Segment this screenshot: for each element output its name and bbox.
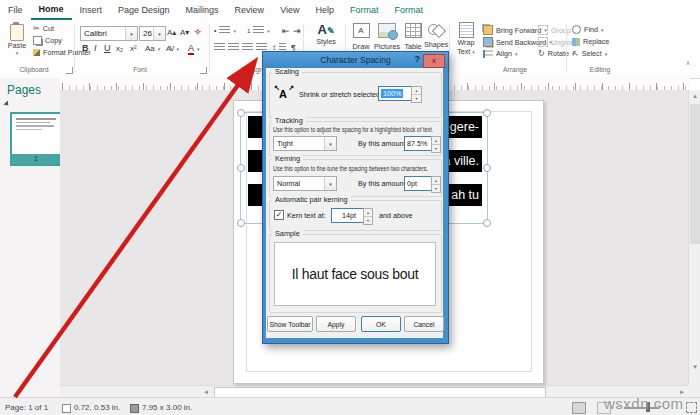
font-color-button[interactable]: A ▾ (188, 43, 200, 55)
decrease-indent-icon: ⇤ (282, 26, 290, 36)
ok-button[interactable]: OK (361, 316, 401, 332)
tab-format-drawing[interactable]: Format (387, 0, 432, 20)
spinner-down-icon[interactable]: ▾ (364, 217, 372, 224)
page-thumbnail[interactable]: 1 (10, 112, 62, 166)
fit-page-icon[interactable] (686, 402, 697, 413)
numbering-button[interactable]: 1 ▾ (247, 26, 270, 35)
ribbon-tab-bar: File Home Insert Page Design Mailings Re… (0, 0, 700, 20)
font-dialog-launcher[interactable] (200, 67, 207, 74)
spinner-up-icon[interactable]: ▴ (432, 137, 440, 145)
rotate-button[interactable]: ↻ Rotate ▾ (538, 49, 574, 58)
replace-button[interactable]: Replace (572, 37, 609, 46)
resize-handle-w[interactable] (237, 164, 245, 172)
pages-collapse-icon[interactable] (3, 100, 10, 107)
underline-button[interactable]: U (104, 43, 111, 53)
increase-indent-icon: ⇥ (293, 26, 301, 36)
font-name-combo[interactable]: Calibri ▾ (80, 26, 138, 41)
find-button[interactable]: Find ▾ (572, 25, 604, 34)
tab-insert[interactable]: Insert (72, 0, 111, 20)
collapse-ribbon-button[interactable]: ˄ (686, 60, 690, 67)
tracking-spinner[interactable]: ▴ ▾ (431, 136, 441, 153)
spinner-up-icon[interactable]: ▴ (364, 209, 372, 217)
spinner-up-icon[interactable]: ▴ (432, 177, 440, 185)
tab-help[interactable]: Help (307, 0, 342, 20)
single-page-view-button[interactable] (572, 402, 586, 414)
close-icon: x (432, 56, 436, 65)
font-size-combo[interactable]: 26 ▾ (139, 26, 166, 41)
tab-view[interactable]: View (272, 0, 307, 20)
grow-font-button[interactable]: A▴ (167, 28, 176, 37)
bring-forward-icon (483, 25, 493, 35)
clipboard-dialog-launcher[interactable] (66, 67, 73, 74)
vertical-scrollbar[interactable]: ▴ ▾ (688, 90, 700, 385)
spinner-up-icon[interactable]: ▴ (412, 87, 421, 95)
resize-handle-ne[interactable] (483, 109, 491, 117)
tab-home[interactable]: Home (31, 0, 72, 20)
clear-formatting-button[interactable]: ✧ (194, 27, 202, 37)
kern-size-spinner[interactable]: ▴ ▾ (363, 208, 373, 225)
scroll-down-icon[interactable]: ▾ (689, 361, 700, 373)
font-color-dropdown-icon: ▾ (197, 46, 200, 52)
change-case-button[interactable]: Aa ▾ (145, 44, 160, 53)
shrink-font-icon: A▾ (180, 28, 189, 37)
paste-button[interactable]: Paste ▾ (4, 22, 30, 62)
scaling-spinner[interactable]: ▴ ▾ (411, 86, 422, 103)
character-spacing-button[interactable]: AV ▾ (166, 44, 178, 53)
align-left-button[interactable] (214, 43, 225, 52)
paste-dropdown-icon: ▾ (4, 50, 30, 56)
bullets-button[interactable]: • ▾ (214, 26, 236, 35)
cancel-button[interactable]: Cancel (404, 316, 444, 332)
status-page-indicator[interactable]: Page: 1 of 1 (5, 403, 48, 412)
shrink-font-button[interactable]: A▾ (180, 28, 189, 37)
tab-mailings[interactable]: Mailings (178, 0, 227, 20)
spinner-down-icon[interactable]: ▾ (432, 145, 440, 152)
kerning-combo-arrow-icon[interactable]: ▾ (324, 177, 336, 190)
cut-button[interactable]: ✂ Cut (33, 24, 54, 33)
vertical-scrollbar-thumb[interactable] (690, 104, 700, 244)
scroll-up-icon[interactable]: ▴ (689, 90, 700, 102)
align-center-button[interactable] (228, 43, 239, 52)
pictures-button[interactable]: Pictures (374, 23, 400, 51)
italic-button[interactable]: I (94, 43, 97, 53)
copy-button[interactable]: Copy (33, 36, 62, 45)
resize-handle-sw[interactable] (237, 219, 245, 227)
font-name-dropdown-icon[interactable]: ▾ (125, 27, 137, 40)
status-object-position[interactable]: 0.72, 0.53 in. (74, 403, 120, 412)
spinner-down-icon[interactable]: ▾ (412, 95, 421, 102)
table-button[interactable]: Table (402, 23, 424, 51)
align-right-button[interactable] (242, 43, 253, 52)
decrease-indent-button[interactable]: ⇤ (282, 26, 290, 36)
align-objects-button[interactable]: Align ▾ (483, 49, 518, 58)
resize-handle-nw[interactable] (237, 109, 245, 117)
dialog-close-button[interactable]: x (423, 54, 445, 68)
wrap-text-button[interactable]: Wrap Text ▾ (453, 22, 479, 56)
spinner-down-icon[interactable]: ▾ (432, 185, 440, 192)
kerning-preset-combo[interactable]: Normal ▾ (273, 176, 337, 191)
tracking-preset-combo[interactable]: Tight ▾ (273, 136, 337, 151)
apply-button[interactable]: Apply (316, 316, 356, 332)
scaling-value-field[interactable]: 100% (378, 86, 414, 101)
draw-text-box-button[interactable]: A Draw (350, 23, 372, 51)
superscript-button[interactable]: x² (130, 44, 137, 53)
select-button[interactable]: ↖ Select ▾ (572, 49, 607, 58)
status-object-size[interactable]: 7.95 x 3.00 in. (142, 403, 192, 412)
tracking-combo-arrow-icon[interactable]: ▾ (324, 137, 336, 150)
tab-review[interactable]: Review (227, 0, 273, 20)
increase-indent-button[interactable]: ⇥ (293, 26, 301, 36)
tab-file[interactable]: File (0, 0, 31, 20)
dialog-help-button[interactable]: ? (415, 54, 421, 64)
shapes-button[interactable]: Shapes (424, 23, 448, 49)
kerning-spinner[interactable]: ▴ ▾ (431, 176, 441, 193)
show-toolbar-button[interactable]: Show Toolbar (267, 316, 313, 332)
find-icon (572, 25, 581, 34)
resize-handle-e[interactable] (483, 164, 491, 172)
font-size-dropdown-icon[interactable]: ▾ (153, 27, 165, 40)
tab-page-design[interactable]: Page Design (110, 0, 178, 20)
kern-size-field[interactable]: 14pt (331, 208, 367, 223)
tab-format-textbox[interactable]: Format (342, 0, 387, 20)
bold-button[interactable]: B (82, 43, 89, 53)
dialog-title-bar[interactable]: Character Spacing (263, 52, 448, 68)
resize-handle-se[interactable] (483, 219, 491, 227)
subscript-button[interactable]: x₂ (116, 44, 123, 53)
kern-text-checkbox[interactable]: ✓ (274, 210, 284, 220)
